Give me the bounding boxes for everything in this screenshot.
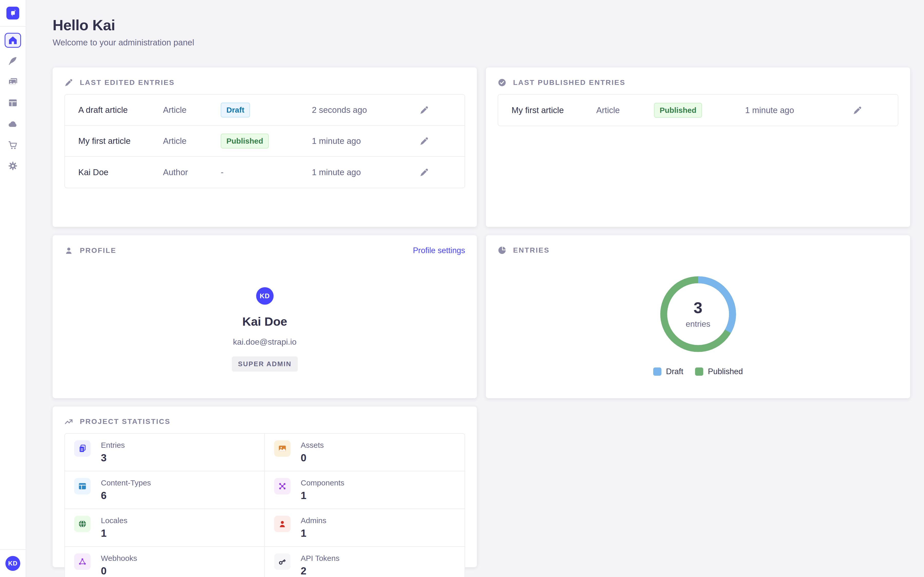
stat-label: Locales	[101, 516, 127, 525]
stat-value: 1	[301, 527, 326, 539]
table-row[interactable]: My first article Article Published 1 min…	[498, 95, 898, 126]
assets-image-icon	[274, 440, 291, 457]
legend-swatch-draft	[653, 367, 661, 376]
content-types-icon	[74, 478, 90, 495]
sidebar-item-cloud[interactable]	[5, 116, 21, 132]
user-icon	[65, 246, 73, 255]
stat-locales: Locales 1	[65, 509, 265, 547]
stat-value: 0	[101, 565, 137, 577]
stat-value: 1	[101, 527, 127, 539]
entry-name: My first article	[78, 136, 163, 146]
entry-type: Article	[596, 105, 654, 115]
page-header: Hello Kai Welcome to your administration…	[53, 16, 194, 47]
table-row[interactable]: A draft article Article Draft 2 seconds …	[65, 95, 465, 126]
entry-type: Author	[163, 168, 221, 177]
entry-name: Kai Doe	[78, 168, 163, 177]
entry-name: A draft article	[78, 105, 163, 115]
entries-body: 3 entries Draft Published	[486, 276, 910, 376]
project-statistics-card: PROJECT STATISTICS Entries 3 Assets 0	[53, 406, 477, 567]
entry-type: Article	[163, 136, 221, 146]
sidebar-bottom-divider	[0, 549, 26, 550]
user-avatar[interactable]: KD	[5, 556, 20, 571]
card-title: PROJECT STATISTICS	[80, 417, 170, 426]
legend-label: Draft	[666, 367, 683, 376]
stat-label: Admins	[301, 516, 326, 525]
card-head: LAST PUBLISHED ENTRIES	[486, 68, 910, 87]
card-title: LAST EDITED ENTRIES	[80, 79, 175, 87]
stat-label: Content-Types	[101, 479, 151, 487]
content-type-builder-icon	[8, 98, 18, 108]
components-icon	[274, 478, 291, 495]
page-subtitle: Welcome to your administration panel	[53, 38, 194, 47]
table-row[interactable]: Kai Doe Author - 1 minute ago	[65, 157, 465, 188]
check-circle-icon	[498, 78, 506, 87]
last-edited-entries-card: LAST EDITED ENTRIES A draft article Arti…	[53, 68, 477, 227]
profile-settings-link[interactable]: Profile settings	[413, 246, 465, 255]
edit-pencil-icon[interactable]	[853, 106, 884, 115]
sidebar-item-content-manager[interactable]	[5, 53, 21, 69]
chart-legend: Draft Published	[653, 367, 743, 376]
content-manager-feather-icon	[8, 56, 18, 66]
legend-item-draft: Draft	[653, 367, 683, 376]
edit-pencil-icon[interactable]	[420, 105, 451, 114]
media-library-icon	[8, 77, 18, 87]
entry-type: Article	[163, 105, 221, 115]
cloud-icon	[8, 119, 18, 129]
role-badge: SUPER ADMIN	[232, 356, 298, 372]
stat-assets: Assets 0	[265, 434, 465, 471]
stat-value: 6	[101, 490, 151, 501]
last-published-table: My first article Article Published 1 min…	[498, 94, 898, 126]
strapi-logo-icon	[8, 8, 18, 18]
page-title: Hello Kai	[53, 16, 194, 34]
stat-components: Components 1	[265, 471, 465, 509]
status-badge: Published	[654, 103, 702, 118]
card-title: LAST PUBLISHED ENTRIES	[513, 79, 625, 87]
entry-time: 2 seconds ago	[312, 105, 420, 115]
sidebar-item-home[interactable]	[5, 33, 21, 48]
status-badge: Published	[221, 134, 269, 148]
card-head: PROJECT STATISTICS	[53, 406, 477, 426]
edit-pencil-icon[interactable]	[420, 168, 451, 177]
entry-name: My first article	[512, 105, 596, 115]
sidebar: KD	[0, 0, 26, 577]
marketplace-cart-icon	[8, 140, 18, 150]
stat-label: Assets	[301, 441, 324, 450]
stat-label: API Tokens	[301, 554, 339, 562]
last-edited-table: A draft article Article Draft 2 seconds …	[65, 94, 465, 188]
status-badge: -	[221, 168, 224, 177]
stat-value: 1	[301, 490, 344, 501]
card-head: PROFILE Profile settings	[53, 235, 477, 255]
sidebar-divider	[0, 26, 26, 27]
entry-time: 1 minute ago	[312, 136, 420, 146]
stat-value: 0	[301, 452, 324, 464]
entries-doc-icon	[74, 440, 90, 457]
stat-label: Entries	[101, 441, 125, 450]
entries-total: 3	[693, 300, 702, 316]
pie-chart-icon	[498, 246, 506, 255]
profile-name: Kai Doe	[242, 314, 287, 329]
strapi-logo[interactable]	[6, 6, 19, 19]
sidebar-item-media-library[interactable]	[5, 74, 21, 90]
stat-label: Components	[301, 479, 344, 487]
entries-chart-card: ENTRIES 3 entries Draft Published	[486, 235, 910, 398]
entry-time: 1 minute ago	[745, 105, 853, 115]
card-title: PROFILE	[80, 247, 116, 255]
pencil-icon	[65, 78, 73, 87]
admins-user-icon	[274, 516, 291, 532]
last-published-entries-card: LAST PUBLISHED ENTRIES My first article …	[486, 68, 910, 227]
edit-pencil-icon[interactable]	[420, 137, 451, 146]
stat-content-types: Content-Types 6	[65, 471, 265, 509]
sidebar-item-content-type-builder[interactable]	[5, 95, 21, 111]
sidebar-item-settings[interactable]	[5, 158, 21, 174]
legend-item-published: Published	[695, 367, 743, 376]
card-title: ENTRIES	[513, 246, 549, 255]
home-icon	[8, 35, 18, 45]
api-tokens-key-icon	[274, 553, 291, 570]
status-badge: Draft	[221, 103, 250, 118]
card-head: ENTRIES	[486, 235, 910, 255]
sidebar-item-marketplace[interactable]	[5, 137, 21, 153]
profile-card: PROFILE Profile settings KD Kai Doe kai.…	[53, 235, 477, 398]
stat-entries: Entries 3	[65, 434, 265, 471]
table-row[interactable]: My first article Article Published 1 min…	[65, 126, 465, 157]
stat-value: 2	[301, 565, 339, 577]
